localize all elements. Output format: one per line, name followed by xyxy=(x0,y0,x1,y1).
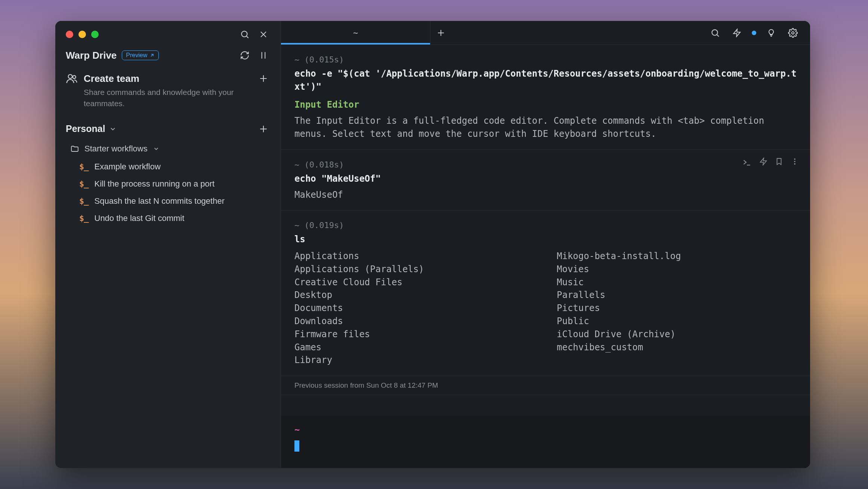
block-output: The Input Editor is a full-fledged code … xyxy=(294,114,797,141)
ls-entry: Movies xyxy=(557,263,797,276)
command-block[interactable]: ~ (0.015s) echo -e "$(cat '/Applications… xyxy=(281,45,810,150)
block-command: echo "MakeUseOf" xyxy=(294,172,797,185)
sort-icon[interactable] xyxy=(257,49,270,62)
workflow-label: Squash the last N commits together xyxy=(95,196,225,206)
more-icon[interactable] xyxy=(791,157,799,167)
workflow-item[interactable]: $_Kill the process running on a port xyxy=(55,175,281,193)
svg-marker-14 xyxy=(733,29,740,37)
close-panel-icon[interactable] xyxy=(257,28,270,41)
search-icon[interactable] xyxy=(238,28,251,41)
ls-entry: Firmware files xyxy=(294,328,534,341)
prompt-icon: $_ xyxy=(79,179,89,188)
workflow-label: Kill the process running on a port xyxy=(95,179,215,189)
starter-workflows-folder[interactable]: Starter workflows xyxy=(55,139,281,158)
svg-point-15 xyxy=(792,31,794,34)
svg-marker-17 xyxy=(760,158,767,165)
block-output-heading: Input Editor xyxy=(294,98,797,111)
folder-label: Starter workflows xyxy=(84,144,148,154)
block-actions xyxy=(742,157,799,167)
create-team-button[interactable]: Create team xyxy=(55,67,281,87)
ls-entry: Downloads xyxy=(294,315,534,328)
add-personal-icon[interactable] xyxy=(257,122,270,136)
ls-output: ApplicationsApplications (Parallels)Crea… xyxy=(294,250,797,367)
add-team-icon[interactable] xyxy=(257,72,270,85)
svg-point-19 xyxy=(794,161,796,162)
block-meta: ~ (0.015s) xyxy=(294,54,797,66)
ls-entry: Games xyxy=(294,341,534,354)
preview-badge[interactable]: Preview xyxy=(122,50,159,60)
prompt-icon: $_ xyxy=(79,213,89,223)
ls-entry: Public xyxy=(557,315,797,328)
tab-home[interactable]: ~ xyxy=(281,21,430,44)
ls-entry: Mikogo-beta-install.log xyxy=(557,250,797,263)
ls-entry: Music xyxy=(557,276,797,289)
workflow-item[interactable]: $_Example workflow xyxy=(55,158,281,175)
refresh-icon[interactable] xyxy=(238,49,251,62)
input-icon[interactable] xyxy=(742,157,752,167)
tab-bar: ~ xyxy=(281,21,810,45)
toolbar xyxy=(708,21,810,44)
block-command: ls xyxy=(294,233,797,246)
svg-point-5 xyxy=(73,76,76,79)
status-indicator xyxy=(752,31,756,35)
block-output: MakeUseOf xyxy=(294,188,797,202)
ls-entry: Creative Cloud Files xyxy=(294,276,534,289)
svg-line-13 xyxy=(717,34,719,36)
ls-entry: Pictures xyxy=(557,302,797,315)
warp-drive-title: Warp Drive xyxy=(66,50,117,61)
input-prompt: ~ xyxy=(294,425,797,435)
svg-line-1 xyxy=(247,36,248,38)
chevron-down-icon xyxy=(153,145,160,152)
ls-entry: Applications xyxy=(294,250,534,263)
ls-entry: Applications (Parallels) xyxy=(294,263,534,276)
command-block[interactable]: ~ (0.019s) ls ApplicationsApplications (… xyxy=(281,210,810,376)
ls-entry: Documents xyxy=(294,302,534,315)
workflow-label: Undo the last Git commit xyxy=(95,213,185,223)
close-window[interactable] xyxy=(66,31,73,38)
ls-entry: Library xyxy=(294,354,534,367)
workflow-item[interactable]: $_Undo the last Git commit xyxy=(55,210,281,227)
terminal-output: ~ (0.015s) echo -e "$(cat '/Applications… xyxy=(281,45,810,416)
personal-section[interactable]: Personal xyxy=(55,119,281,139)
create-team-label: Create team xyxy=(84,73,251,84)
sidebar: Warp Drive Preview Create team Share com… xyxy=(55,21,281,468)
bolt-icon[interactable] xyxy=(730,26,744,40)
svg-point-12 xyxy=(712,30,717,35)
ls-entry: Desktop xyxy=(294,289,534,302)
gear-icon[interactable] xyxy=(786,26,800,40)
prompt-icon: $_ xyxy=(79,162,89,171)
svg-point-4 xyxy=(68,74,72,79)
chevron-down-icon xyxy=(109,125,117,133)
cursor xyxy=(294,440,299,452)
prompt-icon: $_ xyxy=(79,196,89,206)
command-search-icon[interactable] xyxy=(708,26,722,40)
ls-entry: iCloud Drive (Archive) xyxy=(557,328,797,341)
command-block[interactable]: ~ (0.018s) echo "MakeUseOf" MakeUseOf xyxy=(281,150,810,210)
tab-label: ~ xyxy=(353,28,358,37)
bulb-icon[interactable] xyxy=(764,26,778,40)
preview-badge-label: Preview xyxy=(126,52,147,59)
bolt-icon[interactable] xyxy=(759,157,767,167)
svg-point-18 xyxy=(794,159,796,160)
ls-entry: Parallels xyxy=(557,289,797,302)
terminal-pane: ~ xyxy=(281,21,810,468)
workflow-label: Example workflow xyxy=(95,162,161,172)
minimize-window[interactable] xyxy=(78,31,86,38)
command-input-area[interactable]: ~ xyxy=(281,416,810,468)
bookmark-icon[interactable] xyxy=(775,157,783,167)
create-team-description: Share commands and knowledge with your t… xyxy=(55,87,281,119)
maximize-window[interactable] xyxy=(91,31,99,38)
window-controls xyxy=(55,21,281,45)
block-meta: ~ (0.019s) xyxy=(294,219,797,231)
svg-point-20 xyxy=(794,163,796,164)
svg-point-0 xyxy=(241,31,247,37)
personal-label: Personal xyxy=(66,123,105,134)
warp-drive-header: Warp Drive Preview xyxy=(55,45,281,67)
app-window: Warp Drive Preview Create team Share com… xyxy=(55,21,810,468)
workflow-item[interactable]: $_Squash the last N commits together xyxy=(55,193,281,210)
folder-icon xyxy=(70,144,79,153)
block-meta: ~ (0.018s) xyxy=(294,159,797,171)
new-tab-button[interactable] xyxy=(430,21,451,44)
block-command: echo -e "$(cat '/Applications/Warp.app/C… xyxy=(294,67,797,93)
people-icon xyxy=(66,73,78,84)
